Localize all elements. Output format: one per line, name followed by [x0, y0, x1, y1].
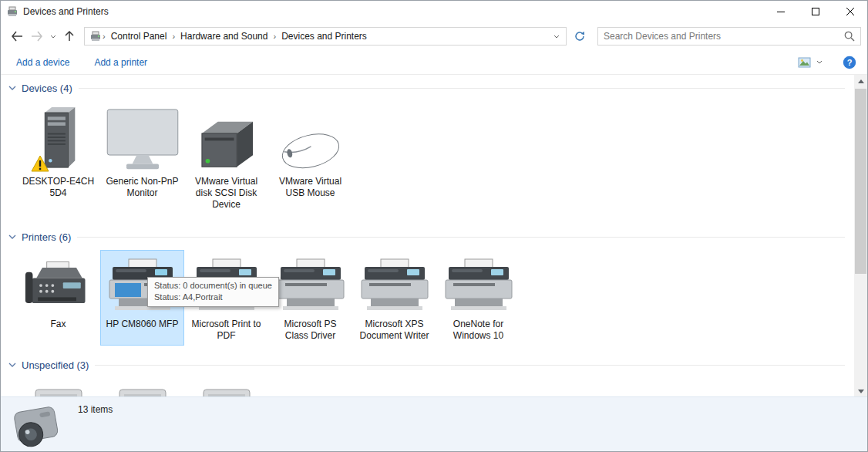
group-header-devices[interactable]: Devices (4): [7, 79, 856, 96]
selected-device-icon: [10, 399, 64, 451]
maximize-icon: [812, 8, 819, 15]
printer-status-tooltip: Status: 0 document(s) in queue Status: A…: [147, 277, 279, 307]
search-box: [597, 27, 861, 46]
item-label: OneNote for Windows 10: [440, 319, 517, 342]
location-icon: [89, 30, 102, 42]
forward-button[interactable]: [27, 26, 47, 46]
unspecified-item[interactable]: [16, 383, 100, 398]
search-input[interactable]: [604, 31, 844, 42]
help-button[interactable]: ?: [843, 56, 856, 69]
unspecified-item[interactable]: [100, 383, 184, 398]
unspecified-item[interactable]: [184, 383, 268, 398]
printer-item-fax[interactable]: Fax: [16, 250, 100, 346]
add-device-button[interactable]: Add a device: [16, 57, 69, 68]
change-view-button[interactable]: [798, 56, 823, 69]
up-button[interactable]: [59, 26, 79, 46]
scroll-up-button[interactable]: [854, 75, 867, 88]
add-printer-button[interactable]: Add a printer: [94, 57, 147, 68]
printer-icon: [274, 258, 348, 314]
devices-and-printers-window: Devices and Printers: [0, 0, 868, 452]
title-bar: Devices and Printers: [1, 1, 867, 22]
printer-icon: [442, 258, 516, 314]
tooltip-line-queue: Status: 0 document(s) in queue: [154, 280, 272, 292]
up-arrow-icon: [64, 31, 75, 42]
address-dropdown-button[interactable]: [549, 28, 564, 45]
printers-items-row: Fax HP CM8060 MFP Microsoft Print to PDF…: [7, 250, 856, 346]
group-header-printers[interactable]: Printers (6): [7, 228, 856, 245]
refresh-button[interactable]: [570, 27, 590, 46]
item-label: HP CM8060 MFP: [106, 319, 179, 330]
item-label: Microsoft PS Class Driver: [272, 319, 349, 342]
group-label: Unspecified (3): [22, 359, 89, 371]
help-icon: ?: [843, 56, 856, 69]
collapse-chevron-icon: [8, 363, 16, 367]
refresh-icon: [574, 31, 585, 42]
device-item-usb-mouse[interactable]: VMware Virtual USB Mouse: [268, 101, 352, 214]
command-bar: Add a device Add a printer ?: [1, 50, 867, 75]
window-controls: [763, 1, 867, 22]
collapse-chevron-icon: [8, 234, 16, 239]
fax-machine-icon: [23, 260, 94, 314]
tooltip-line-paper: Status: A4,Portrait: [154, 292, 272, 303]
item-label: Generic Non-PnP Monitor: [104, 176, 181, 199]
chevron-down-icon: [816, 60, 823, 64]
minimize-icon: [777, 8, 785, 15]
group-label: Printers (6): [22, 231, 71, 243]
collapse-chevron-icon: [8, 86, 16, 90]
close-icon: [846, 8, 854, 15]
minimize-button[interactable]: [763, 1, 798, 22]
recent-locations-button[interactable]: [47, 26, 59, 46]
app-icon: [6, 5, 19, 18]
view-thumbnail-icon: [798, 56, 813, 69]
scrollbar-thumb[interactable]: [855, 89, 866, 274]
printer-item-onenote[interactable]: OneNote for Windows 10: [436, 250, 520, 346]
item-label: Fax: [50, 319, 66, 330]
window-title: Devices and Printers: [23, 6, 109, 17]
address-bar[interactable]: › Control Panel › Hardware and Sound › D…: [84, 27, 567, 46]
devices-items-row: DESKTOP-E4CH5D4 Generic Non-PnP Monitor …: [7, 101, 856, 214]
item-label: VMware Virtual disk SCSI Disk Device: [188, 176, 265, 211]
close-button[interactable]: [833, 1, 867, 22]
item-label: DESKTOP-E4CH5D4: [21, 176, 96, 199]
back-button[interactable]: [7, 26, 27, 46]
mouse-icon: [278, 126, 344, 171]
scroll-down-icon: [858, 390, 864, 393]
group-divider: [77, 237, 845, 238]
device-item-monitor[interactable]: Generic Non-PnP Monitor: [100, 101, 184, 214]
unspecified-items-row: [7, 383, 856, 398]
navigation-bar: › Control Panel › Hardware and Sound › D…: [1, 22, 867, 50]
back-arrow-icon: [11, 31, 23, 42]
chevron-down-icon: [553, 35, 560, 39]
maximize-button[interactable]: [798, 1, 833, 22]
device-item-desktop[interactable]: DESKTOP-E4CH5D4: [16, 101, 100, 214]
group-divider: [79, 88, 845, 89]
item-list-area: Devices (4) DESKTOP-E4CH5D4 Generic Non-…: [1, 75, 856, 398]
details-pane: 13 items: [1, 396, 867, 451]
printer-icon: [358, 258, 432, 314]
breadcrumb-hardware-and-sound[interactable]: Hardware and Sound: [176, 31, 272, 42]
svg-text:?: ?: [847, 58, 853, 67]
disk-drive-icon: [194, 119, 259, 171]
item-label: Microsoft XPS Document Writer: [356, 319, 433, 342]
item-label: Microsoft Print to PDF: [188, 319, 265, 342]
monitor-icon: [106, 108, 180, 171]
warning-icon: [31, 155, 49, 172]
item-label: VMware Virtual USB Mouse: [272, 176, 349, 199]
items-count: 13 items: [78, 404, 113, 415]
group-divider: [95, 365, 845, 366]
device-item-scsi-disk[interactable]: VMware Virtual disk SCSI Disk Device: [184, 101, 268, 214]
search-icon[interactable]: [844, 31, 855, 42]
scroll-up-icon: [858, 79, 864, 83]
group-label: Devices (4): [22, 83, 72, 94]
breadcrumb-control-panel[interactable]: Control Panel: [106, 31, 172, 42]
printer-item-xps-writer[interactable]: Microsoft XPS Document Writer: [352, 250, 436, 346]
group-header-unspecified[interactable]: Unspecified (3): [7, 356, 856, 373]
printer-item-ps-class-driver[interactable]: Microsoft PS Class Driver: [268, 250, 352, 346]
chevron-down-icon: [50, 35, 56, 39]
breadcrumb-devices-and-printers[interactable]: Devices and Printers: [277, 31, 372, 42]
forward-arrow-icon: [31, 31, 43, 42]
vertical-scrollbar[interactable]: [854, 75, 867, 398]
